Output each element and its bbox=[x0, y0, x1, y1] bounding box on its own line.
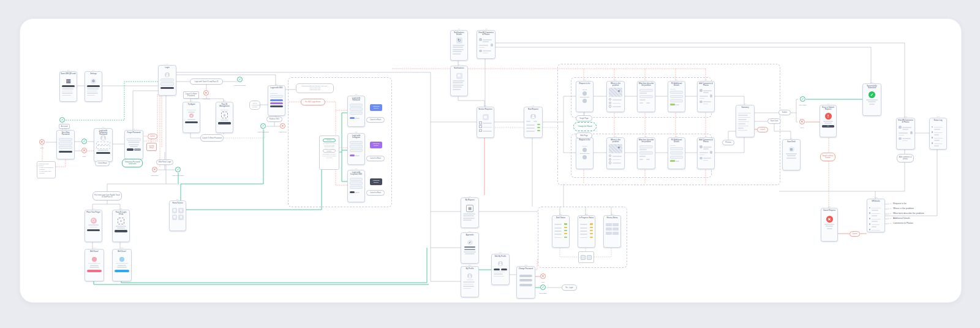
sr-comments-screen[interactable]: 10.2View SR Comments & Photos bbox=[896, 118, 915, 150]
add-comments-screen[interactable]: 8.6Add Comments & Photos bbox=[697, 81, 715, 112]
cancel-or-back-pill[interactable]: Cancel or Back bbox=[366, 117, 385, 123]
additional-details-screen[interactable]: 8.5Fill Additional Details bbox=[668, 137, 685, 169]
someone-else-avatar[interactable] bbox=[582, 155, 587, 159]
problem-field[interactable] bbox=[639, 151, 653, 154]
cancel-pill[interactable]: Cancel bbox=[148, 134, 157, 139]
faceid-management-screen[interactable]: 1.3Face ID Management bbox=[216, 102, 233, 133]
password-button[interactable] bbox=[218, 122, 231, 124]
login-button[interactable] bbox=[96, 152, 110, 154]
checkbox[interactable] bbox=[479, 121, 482, 124]
touch-faceid-pill[interactable]: Login with Touch ID and Face ID bbox=[190, 78, 223, 85]
my-request-screen[interactable]: 5.0My Request▦ bbox=[461, 197, 479, 228]
problem-field[interactable] bbox=[639, 95, 653, 98]
submit-pill[interactable]: Submit bbox=[778, 110, 791, 115]
save-password-button[interactable] bbox=[59, 151, 72, 153]
temp-password-sent-pill[interactable]: Temporary Password send soon bbox=[122, 159, 143, 167]
checkbox[interactable] bbox=[479, 129, 482, 132]
single-page-pill[interactable]: Single Page bbox=[576, 115, 592, 121]
auth-field[interactable] bbox=[350, 107, 363, 110]
error-submit-screen[interactable]: 9.2Error in Submit Request!Edit bbox=[820, 105, 837, 137]
cancel-button[interactable] bbox=[185, 121, 198, 123]
place-finger-screen[interactable]: 4.1Place Your Finger bbox=[85, 210, 102, 242]
done-button[interactable] bbox=[87, 270, 102, 272]
confirm-password-field[interactable] bbox=[59, 142, 72, 145]
app-tile-icon[interactable] bbox=[178, 215, 184, 220]
request-is-for-screen[interactable]: 8.2Request is forFor MeSomeone Else bbox=[576, 137, 594, 169]
sr-details-screen[interactable]: 10.3SR Details bbox=[867, 199, 885, 232]
confirm-chip[interactable] bbox=[670, 104, 675, 105]
status-log-screen[interactable]: 10.1Status Log bbox=[929, 118, 947, 150]
list-view-icon[interactable] bbox=[587, 255, 592, 260]
details-field[interactable] bbox=[670, 151, 683, 154]
corporate-sso-button[interactable] bbox=[270, 105, 283, 107]
details-field[interactable] bbox=[670, 91, 683, 94]
cancel-or-back-pill[interactable]: Cancel or Back bbox=[366, 190, 385, 196]
login-temp-password-screen[interactable]: 7.2Login with Temporary Password bbox=[94, 128, 113, 162]
additional-details-screen[interactable]: 8.5Fill Additional Details bbox=[668, 81, 685, 112]
home-screen[interactable]: 3.0Home Screen bbox=[169, 200, 186, 231]
activated-box[interactable]: Activated bbox=[59, 124, 70, 129]
new-password-field[interactable] bbox=[59, 138, 72, 141]
cancel-button[interactable] bbox=[501, 269, 507, 270]
cancel-pill[interactable]: Cancel bbox=[850, 231, 860, 237]
provider-button[interactable] bbox=[350, 191, 355, 193]
settings-button[interactable] bbox=[87, 85, 100, 87]
confirm-chip[interactable] bbox=[670, 160, 675, 162]
invalid-email-box[interactable]: Invalid Email bbox=[146, 143, 157, 151]
map-view[interactable] bbox=[609, 88, 622, 97]
check-email-pill[interactable]: Check Email bbox=[95, 161, 110, 166]
temp-password-field[interactable] bbox=[96, 142, 110, 145]
authorize-server-badge[interactable]: Authorize Server bbox=[370, 104, 382, 111]
scan-qr-screen[interactable]: 1.1Scan LMS QR code▦ bbox=[59, 71, 77, 102]
what-describe-screen[interactable]: 8.4What best describe the problem bbox=[637, 137, 655, 169]
app-tile-icon[interactable] bbox=[172, 208, 178, 213]
temp-password-field[interactable] bbox=[96, 145, 110, 148]
add-comments-screen[interactable]: 8.7Add Comments & Photos bbox=[697, 137, 715, 169]
details-field[interactable] bbox=[670, 147, 683, 150]
re-login-pill[interactable]: Re - Login bbox=[562, 284, 577, 291]
first-time-login-pill[interactable]: First time Login User Enable Touch ID an… bbox=[92, 191, 122, 200]
cancel-or-back-pill[interactable]: Cancel or Back bbox=[366, 156, 385, 161]
well-done-touch-screen[interactable]: 4.1.1Well Done! bbox=[85, 249, 104, 281]
map-view[interactable] bbox=[609, 144, 622, 153]
checkbox[interactable] bbox=[479, 125, 482, 128]
auth-field[interactable] bbox=[350, 112, 363, 115]
details-field[interactable] bbox=[670, 156, 683, 159]
details-field[interactable] bbox=[670, 99, 683, 102]
grid-view-icon[interactable] bbox=[581, 255, 586, 260]
enable-pill[interactable]: Enable bbox=[323, 139, 336, 142]
login-screen[interactable]: 1.0Login bbox=[158, 65, 176, 96]
provider-button[interactable] bbox=[350, 117, 355, 119]
what-describe-screen[interactable]: 8.4What best describe the problem bbox=[637, 81, 655, 112]
details-field[interactable] bbox=[670, 95, 683, 98]
problem-field[interactable] bbox=[639, 145, 653, 148]
draft-status-screen[interactable]: 13.1Draft Status bbox=[552, 215, 570, 248]
view-all-comments-screen[interactable]: 6.2View All Comments & Photos bbox=[477, 30, 496, 59]
change-wizard-oval[interactable]: Change the Wizard bbox=[573, 122, 597, 131]
auth-field[interactable] bbox=[350, 178, 363, 181]
login-sso-screen[interactable]: 2.0Login with SSO bbox=[268, 85, 285, 116]
notifications-details-screen[interactable]: 6.1Notifications Details↻ bbox=[450, 30, 468, 61]
email-field[interactable] bbox=[127, 138, 141, 141]
cancel-request-screen[interactable]: 10.4Cancel Request✕ bbox=[821, 208, 838, 242]
current-password-field[interactable] bbox=[519, 275, 532, 277]
settings-screen[interactable]: 1.4Settings⚙ bbox=[85, 71, 102, 102]
continue-button[interactable] bbox=[87, 229, 100, 231]
multi-page-pill[interactable]: Multi Page bbox=[576, 132, 592, 139]
notifications-screen[interactable]: 6.0Notifications bbox=[450, 66, 468, 96]
save-draft-pill[interactable]: Save Draft bbox=[767, 118, 781, 124]
save-draft-screen[interactable]: 9.1Save Draft▤ bbox=[782, 139, 801, 170]
cancel-pill[interactable]: Cancel bbox=[757, 127, 768, 132]
scan-button[interactable] bbox=[62, 85, 75, 87]
authorize-server-badge[interactable]: Authorize Server bbox=[370, 142, 382, 148]
confirm-password-field[interactable] bbox=[519, 284, 532, 286]
disable-pill[interactable]: Disable bbox=[323, 149, 336, 153]
problem-field[interactable] bbox=[639, 89, 653, 92]
facebook-login-button[interactable] bbox=[270, 99, 283, 101]
service-requests-screen[interactable]: 8.0Service Requests bbox=[477, 107, 494, 138]
new-password-field[interactable] bbox=[519, 279, 532, 281]
auth-field[interactable] bbox=[350, 145, 363, 148]
someone-else-avatar[interactable] bbox=[582, 99, 587, 103]
refresh-icon[interactable]: ↻ bbox=[456, 37, 462, 44]
bell-icon[interactable] bbox=[456, 73, 462, 79]
